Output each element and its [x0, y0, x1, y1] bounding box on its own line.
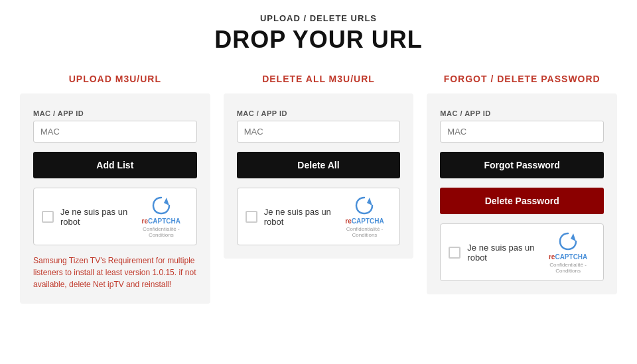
- delete-field-group: MAC / APP ID: [237, 109, 401, 143]
- upload-captcha-text: Je ne suis pas un robot: [60, 207, 134, 227]
- forgot-password-button[interactable]: Forgot Password: [440, 152, 604, 178]
- recaptcha-icon-3: [557, 231, 579, 252]
- upload-captcha-box: Je ne suis pas un robot reCAPTCHA Confid…: [33, 188, 197, 245]
- forgot-captcha-checkbox[interactable]: [449, 247, 460, 259]
- page-header: UPLOAD / DELETE URLS DROP YOUR URL: [214, 13, 423, 54]
- delete-field-label: MAC / APP ID: [237, 109, 401, 117]
- delete-column: DELETE ALL M3U/URL MAC / APP ID Delete A…: [224, 74, 414, 259]
- upload-warning-text: Samsung Tizen TV's Requirement for multi…: [33, 255, 197, 290]
- delete-captcha-checkbox[interactable]: [246, 211, 257, 223]
- upload-captcha-checkbox[interactable]: [42, 211, 54, 223]
- recaptcha-icon: [151, 195, 172, 216]
- forgot-captcha-box: Je ne suis pas un robot reCAPTCHA Confid…: [440, 223, 604, 281]
- upload-card: MAC / APP ID Add List Je ne suis pas un …: [20, 93, 210, 304]
- page-title: DROP YOUR URL: [214, 26, 423, 54]
- columns-container: UPLOAD M3U/URL MAC / APP ID Add List Je …: [20, 74, 617, 304]
- recaptcha-icon-2: [354, 195, 375, 216]
- forgot-field-group: MAC / APP ID: [440, 109, 604, 143]
- forgot-captcha-text: Je ne suis pas un robot: [467, 243, 541, 263]
- delete-column-title: DELETE ALL M3U/URL: [262, 74, 375, 84]
- forgot-column-title: FORGOT / DELETE PASSWORD: [444, 74, 601, 84]
- upload-field-group: MAC / APP ID: [33, 109, 197, 143]
- delete-captcha-text: Je ne suis pas un robot: [264, 207, 338, 227]
- delete-captcha-footer: Confidentialité - Conditions: [338, 226, 392, 238]
- upload-column-title: UPLOAD M3U/URL: [69, 74, 161, 84]
- upload-column: UPLOAD M3U/URL MAC / APP ID Add List Je …: [20, 74, 210, 304]
- forgot-captcha-footer: Confidentialité - Conditions: [541, 262, 595, 274]
- recaptcha-logo-3: reCAPTCHA: [549, 253, 587, 261]
- delete-all-button[interactable]: Delete All: [237, 152, 401, 178]
- forgot-field-label: MAC / APP ID: [440, 109, 604, 117]
- forgot-column: FORGOT / DELETE PASSWORD MAC / APP ID Fo…: [427, 74, 617, 294]
- add-list-button[interactable]: Add List: [33, 152, 197, 178]
- recaptcha-logo-2: reCAPTCHA: [345, 217, 384, 225]
- upload-mac-input[interactable]: [33, 121, 197, 143]
- delete-captcha-box: Je ne suis pas un robot reCAPTCHA Confid…: [237, 188, 401, 245]
- upload-captcha-footer: Confidentialité - Conditions: [134, 226, 188, 238]
- delete-card: MAC / APP ID Delete All Je ne suis pas u…: [224, 93, 414, 259]
- forgot-card: MAC / APP ID Forgot Password Delete Pass…: [427, 93, 617, 294]
- forgot-mac-input[interactable]: [440, 121, 604, 143]
- upload-field-label: MAC / APP ID: [33, 109, 197, 117]
- page-subtitle: UPLOAD / DELETE URLS: [214, 13, 423, 23]
- delete-password-button[interactable]: Delete Password: [440, 188, 604, 214]
- recaptcha-logo: reCAPTCHA: [142, 217, 180, 225]
- delete-mac-input[interactable]: [237, 121, 401, 143]
